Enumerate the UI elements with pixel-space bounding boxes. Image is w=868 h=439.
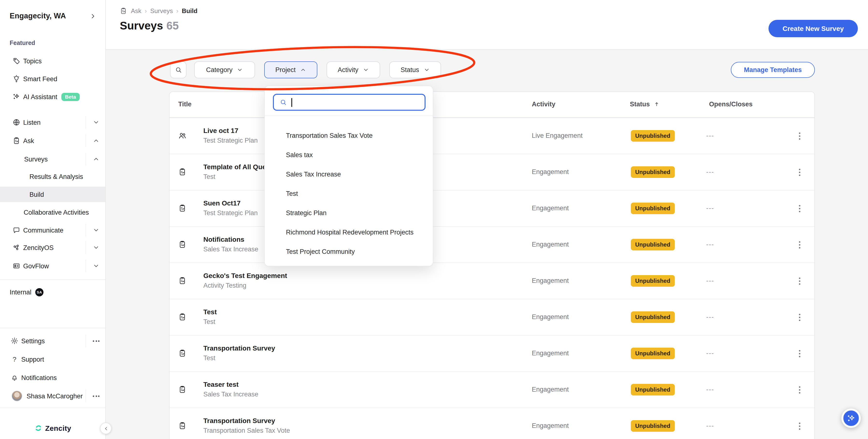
category-filter[interactable]: Category — [194, 61, 255, 78]
sidebar-item-topics[interactable]: Topics — [0, 53, 105, 69]
project-option[interactable]: Richmond Hospital Redevelopment Projects — [265, 223, 433, 242]
sidebar-item-label: Communicate — [23, 227, 64, 234]
sidebar-item-collaborative-activities[interactable]: Collaborative Activities — [0, 205, 105, 220]
chevron-up-icon[interactable] — [93, 137, 99, 144]
ellipsis-icon[interactable] — [93, 395, 99, 397]
divider — [86, 153, 86, 165]
project-search-input[interactable] — [296, 98, 425, 106]
row-menu-button[interactable] — [796, 384, 803, 395]
manage-templates-button[interactable]: Manage Templates — [731, 62, 815, 78]
column-header-opens-closes[interactable]: Opens/Closes — [709, 100, 752, 108]
sidebar-item-communicate[interactable]: Communicate — [0, 223, 105, 238]
sidebar-collapse-button[interactable] — [100, 422, 112, 434]
chevron-down-icon[interactable] — [93, 263, 99, 269]
chevron-up-icon[interactable] — [93, 156, 99, 163]
sidebar-item-zencityos[interactable]: ZencityOS — [0, 240, 105, 255]
divider — [0, 328, 105, 328]
sidebar-item-internal[interactable]: Internal SA — [0, 284, 105, 300]
sidebar-item-govflow[interactable]: GovFlow — [0, 258, 105, 274]
status-badge: Unpublished — [631, 384, 675, 396]
sa-badge: SA — [35, 288, 43, 296]
survey-subtitle: Test Strategic Plan — [204, 209, 258, 216]
activity-value: Engagement — [532, 205, 569, 212]
row-menu-button[interactable] — [796, 275, 803, 286]
question-icon: ? — [11, 355, 18, 363]
chevron-down-icon[interactable] — [93, 227, 99, 234]
project-filter[interactable]: Project — [264, 61, 317, 78]
status-badge: Unpublished — [631, 420, 675, 432]
survey-title: Teaser test — [204, 380, 239, 388]
clipboard-icon — [120, 7, 127, 14]
ai-assistant-fab[interactable] — [841, 409, 861, 428]
row-menu-button[interactable] — [796, 421, 803, 431]
clipboard-icon — [178, 168, 186, 176]
sidebar-item-smart-feed[interactable]: Smart Feed — [0, 71, 105, 87]
table-row[interactable]: Teaser test Sales Tax Increase Engagemen… — [169, 371, 814, 408]
breadcrumb-ask[interactable]: Ask — [131, 7, 141, 14]
status-badge: Unpublished — [631, 203, 675, 214]
table-row[interactable]: Gecko's Test Engagement Activity Testing… — [169, 263, 814, 299]
sidebar-item-label: ZencityOS — [23, 244, 54, 251]
sidebar-item-ask[interactable]: Ask — [0, 133, 105, 148]
column-header-activity[interactable]: Activity — [532, 100, 556, 108]
activity-value: Engagement — [532, 168, 569, 176]
chevron-down-icon[interactable] — [93, 119, 99, 126]
sidebar-item-build[interactable]: Build — [0, 186, 105, 202]
sidebar-item-support[interactable]: ? Support — [0, 351, 105, 367]
survey-subtitle: Test — [204, 354, 215, 362]
search-icon — [280, 99, 287, 106]
table-row[interactable]: Transportation Survey Test Engagement Un… — [169, 335, 814, 372]
zencity-logo-text: Zencity — [45, 424, 71, 432]
sidebar-item-listen[interactable]: Listen — [0, 115, 105, 130]
survey-title: Test — [204, 308, 217, 316]
search-filter-button[interactable] — [170, 61, 186, 78]
row-menu-button[interactable] — [796, 239, 803, 250]
row-menu-button[interactable] — [796, 203, 803, 214]
sidebar-item-ai-assistant[interactable]: AI Assistant Beta — [0, 89, 105, 105]
divider — [86, 116, 86, 128]
opens-closes-value: --- — [706, 422, 714, 429]
breadcrumb-surveys[interactable]: Surveys — [150, 7, 173, 14]
chevron-down-icon[interactable] — [93, 244, 99, 251]
sidebar-item-settings[interactable]: Settings — [0, 333, 105, 349]
sidebar-item-user[interactable]: Shasa McCarogher — [0, 388, 105, 404]
sidebar-item-label: Topics — [23, 57, 42, 64]
project-option[interactable]: Strategic Plan — [265, 203, 433, 223]
project-option[interactable]: Sales tax — [265, 145, 433, 165]
divider — [0, 280, 105, 280]
project-option[interactable]: Test — [265, 184, 433, 203]
project-option[interactable]: Sales Tax Increase — [265, 165, 433, 184]
survey-subtitle: Test Strategic Plan — [204, 137, 258, 144]
activity-filter[interactable]: Activity — [327, 61, 380, 78]
project-option[interactable]: Test Project Community — [265, 242, 433, 261]
row-menu-button[interactable] — [796, 348, 803, 359]
org-switcher[interactable]: Engagecity, WA — [0, 8, 105, 24]
tag-icon — [12, 57, 20, 65]
create-new-survey-button[interactable]: Create New Survey — [769, 20, 858, 37]
ellipsis-icon[interactable] — [93, 340, 99, 342]
status-filter[interactable]: Status — [389, 61, 441, 78]
breadcrumb-separator: › — [176, 7, 179, 14]
column-header-status-label: Status — [630, 100, 650, 108]
table-row[interactable]: Transportation Survey Transportation Sal… — [169, 408, 814, 439]
sidebar-item-surveys[interactable]: Surveys — [0, 151, 105, 167]
project-search-box[interactable] — [273, 94, 426, 111]
survey-subtitle: Transportation Sales Tax Vote — [204, 427, 290, 434]
sidebar-item-label: Collaborative Activities — [24, 209, 89, 216]
sparkles-icon — [846, 414, 856, 423]
page-title-text: Surveys — [120, 19, 163, 32]
row-menu-button[interactable] — [796, 312, 803, 322]
people-icon — [178, 131, 186, 140]
sidebar-item-results-analysis[interactable]: Results & Analysis — [0, 169, 105, 184]
table-row[interactable]: Test Test Engagement Unpublished --- — [169, 299, 814, 335]
column-header-title[interactable]: Title — [178, 100, 191, 108]
project-option-label: Sales Tax Increase — [286, 170, 341, 178]
column-header-status[interactable]: Status — [630, 100, 660, 108]
project-option[interactable]: Transportation Sales Tax Vote — [265, 126, 433, 145]
project-option-label: Strategic Plan — [286, 209, 327, 216]
sidebar-item-notifications[interactable]: Notifications — [0, 370, 105, 385]
project-option-label: Richmond Hospital Redevelopment Projects — [286, 229, 413, 236]
row-menu-button[interactable] — [796, 167, 803, 177]
row-menu-button[interactable] — [796, 130, 803, 141]
project-option-label: Test — [286, 190, 298, 197]
